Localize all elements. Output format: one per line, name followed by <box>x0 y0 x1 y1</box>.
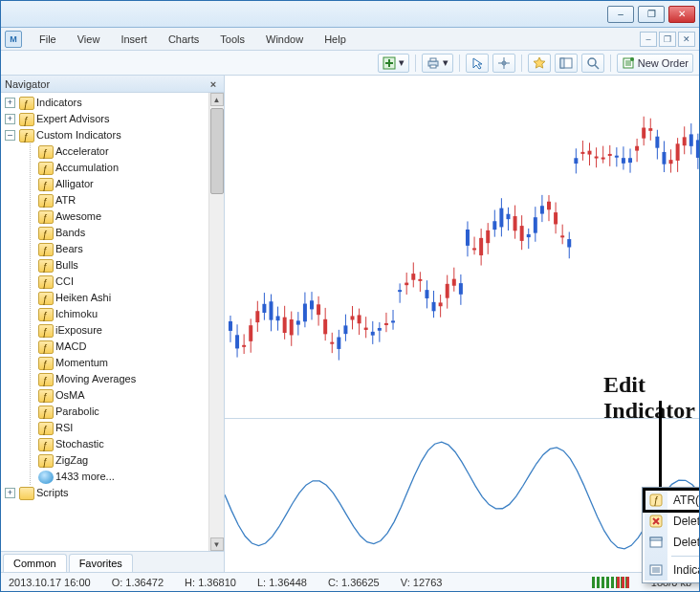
svg-rect-93 <box>506 214 510 219</box>
menu-file[interactable]: File <box>30 31 66 48</box>
tree-node-indicators[interactable]: + Indicators <box>3 95 208 111</box>
menu-view[interactable]: View <box>68 31 110 48</box>
tree-node-scripts[interactable]: + Scripts <box>3 485 208 501</box>
tab-favorites[interactable]: Favorites <box>69 554 133 572</box>
svg-rect-73 <box>439 302 443 306</box>
svg-rect-95 <box>514 216 517 230</box>
tree-node-custom-atr[interactable]: ATR <box>36 192 208 208</box>
tree-node-custom-iexposure[interactable]: iExposure <box>36 322 208 339</box>
toolbar-separator <box>610 55 611 72</box>
status-close: C: 1.36625 <box>328 577 380 588</box>
svg-rect-15 <box>242 345 246 347</box>
ctx-indicators-list[interactable]: Indicators List Ctrl+I <box>645 559 700 581</box>
tree-node-expert-advisors[interactable]: + Expert Advisors <box>3 111 208 127</box>
chart-area[interactable]: Edit Indicator ƒ ATR(14) properties... D… <box>225 76 699 572</box>
tree-label: Heiken Ashi <box>55 290 111 306</box>
toolbar-cursor-button[interactable] <box>466 54 489 73</box>
tree-node-more[interactable]: 1433 more... <box>36 469 208 485</box>
toolbar-crosshair-button[interactable] <box>492 54 515 73</box>
svg-rect-51 <box>364 328 368 330</box>
tree-label: RSI <box>55 420 73 436</box>
window-close-button[interactable]: ✕ <box>668 6 695 23</box>
tree-node-custom-heiken-ashi[interactable]: Heiken Ashi <box>36 290 208 306</box>
menu-charts[interactable]: Charts <box>159 31 208 48</box>
annotation-pointer <box>659 401 662 489</box>
svg-rect-33 <box>303 304 307 322</box>
toolbar-add-dropdown[interactable]: ▾ <box>378 54 409 73</box>
svg-text:ƒ: ƒ <box>653 495 659 506</box>
indicator-icon <box>38 178 54 191</box>
tree-node-custom-stochastic[interactable]: Stochastic <box>36 436 208 452</box>
tree-node-custom-bands[interactable]: Bands <box>36 225 208 241</box>
window-minimize-button[interactable]: – <box>607 6 634 23</box>
toolbar-star-button[interactable] <box>528 54 551 73</box>
indicator-context-menu: ƒ ATR(14) properties... Delete Indicator… <box>642 487 700 583</box>
svg-rect-67 <box>418 279 422 281</box>
svg-rect-31 <box>296 320 300 324</box>
menu-tools[interactable]: Tools <box>210 31 254 48</box>
navigator-close-button[interactable]: × <box>207 77 220 91</box>
tree-label: MACD <box>55 339 86 355</box>
list-icon <box>649 563 663 577</box>
window-maximize-button[interactable]: ❐ <box>638 6 665 23</box>
tree-node-custom-moving-averages[interactable]: Moving Averages <box>36 371 208 387</box>
expert-folder-icon <box>19 113 34 126</box>
indicator-icon <box>38 406 54 419</box>
indicator-icon <box>38 373 54 386</box>
status-datetime: 2013.10.17 16:00 <box>9 577 91 588</box>
menu-insert[interactable]: Insert <box>111 31 157 48</box>
tree-node-custom-momentum[interactable]: Momentum <box>36 355 208 371</box>
ctx-label: Delete Indicator <box>673 515 700 528</box>
expand-icon[interactable]: + <box>5 488 15 498</box>
tree-node-custom-indicators[interactable]: – Custom Indicators <box>3 127 208 143</box>
scroll-up-button[interactable]: ▲ <box>210 93 224 106</box>
scroll-down-button[interactable]: ▼ <box>210 537 224 551</box>
menu-window[interactable]: Window <box>256 31 313 48</box>
tree-node-custom-awesome[interactable]: Awesome <box>36 208 208 225</box>
tree-node-custom-ichimoku[interactable]: Ichimoku <box>36 306 208 322</box>
tree-node-custom-alligator[interactable]: Alligator <box>36 176 208 192</box>
ctx-label: ATR(14) properties... <box>673 493 700 507</box>
mdi-restore-button[interactable]: ❐ <box>659 32 676 47</box>
expand-icon[interactable]: + <box>5 114 15 124</box>
toolbar-print-dropdown[interactable]: ▾ <box>422 54 453 73</box>
tree-node-custom-bears[interactable]: Bears <box>36 241 208 257</box>
tree-node-custom-parabolic[interactable]: Parabolic <box>36 404 208 420</box>
tree-label: Ichimoku <box>55 306 98 322</box>
scripts-folder-icon <box>19 487 34 500</box>
tree-node-custom-bulls[interactable]: Bulls <box>36 257 208 274</box>
tree-node-custom-accelerator[interactable]: Accelerator <box>36 143 208 160</box>
mdi-close-button[interactable]: ✕ <box>678 32 695 47</box>
svg-rect-37 <box>317 304 320 315</box>
tree-node-custom-cci[interactable]: CCI <box>36 274 208 290</box>
svg-rect-69 <box>425 290 428 298</box>
svg-rect-113 <box>574 158 578 164</box>
ctx-properties[interactable]: ƒ ATR(14) properties... <box>645 490 700 511</box>
ctx-delete-indicator[interactable]: Delete Indicator <box>645 511 700 532</box>
toolbar-panel-button[interactable] <box>555 54 578 73</box>
tree-node-custom-rsi[interactable]: RSI <box>36 420 208 436</box>
menu-help[interactable]: Help <box>315 31 356 48</box>
mdi-minimize-button[interactable]: – <box>640 32 657 47</box>
ctx-delete-window[interactable]: Delete Indicator Window <box>645 532 700 553</box>
svg-rect-77 <box>452 279 456 286</box>
toolbar-search-button[interactable] <box>581 54 604 73</box>
tree-label: Custom Indicators <box>36 127 121 143</box>
tree-node-custom-macd[interactable]: MACD <box>36 339 208 355</box>
tree-node-custom-accumulation[interactable]: Accumulation <box>36 160 208 176</box>
tab-common[interactable]: Common <box>3 554 67 572</box>
indicator-icon <box>38 438 54 451</box>
tree-node-custom-osma[interactable]: OsMA <box>36 387 208 404</box>
svg-rect-127 <box>622 158 625 164</box>
toolbar-new-order-button[interactable]: New Order <box>617 54 693 73</box>
svg-rect-119 <box>595 157 599 159</box>
scroll-thumb[interactable] <box>210 108 224 194</box>
tree-node-custom-zigzag[interactable]: ZigZag <box>36 452 208 469</box>
crosshair-icon <box>497 56 511 70</box>
expand-icon[interactable]: + <box>5 98 15 108</box>
svg-rect-141 <box>669 160 673 164</box>
collapse-icon[interactable]: – <box>5 130 15 141</box>
toolbar-separator <box>459 55 460 72</box>
navigator-scrollbar[interactable]: ▲ ▼ <box>208 93 224 551</box>
status-open: O: 1.36472 <box>112 577 164 588</box>
